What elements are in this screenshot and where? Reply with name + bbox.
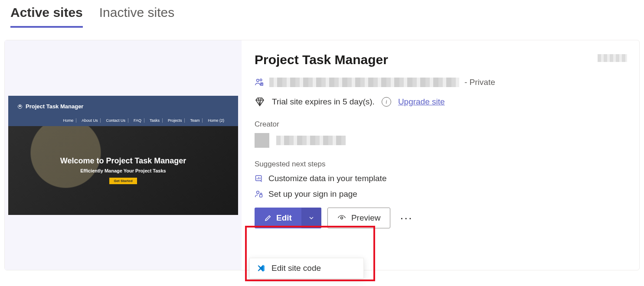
edit-label: Edit (276, 213, 292, 223)
creator-name-blurred (276, 136, 346, 145)
suggested-label: Suggested next steps (255, 160, 626, 169)
trial-row: Trial site expires in 5 day(s). i Upgrad… (255, 97, 626, 107)
suggest-customize-data[interactable]: Customize data in your template (255, 174, 626, 183)
upgrade-site-link[interactable]: Upgrade site (398, 97, 445, 107)
people-icon (255, 78, 264, 87)
edit-split-button: Edit (255, 208, 321, 228)
vscode-icon (257, 264, 265, 273)
svg-point-0 (257, 79, 259, 82)
chart-icon (255, 174, 263, 183)
status-badge-blurred (598, 54, 627, 62)
tab-active-sites[interactable]: Active sites (10, 5, 83, 28)
info-icon[interactable]: i (382, 97, 391, 107)
creator-label: Creator (255, 120, 626, 129)
site-thumbnail[interactable]: Project Task Manager Home About Us Conta… (8, 96, 238, 215)
thumb-nav-item: Team (187, 118, 203, 123)
chevron-down-icon (308, 214, 315, 221)
owner-row: - Private (255, 78, 626, 87)
creator-row (255, 133, 626, 148)
svg-point-1 (260, 79, 262, 81)
preview-button[interactable]: Preview (327, 208, 391, 228)
suggest-signin-page[interactable]: Set up your sign in page (255, 189, 626, 199)
edit-dropdown-chevron[interactable] (301, 208, 321, 228)
thumb-hero-title: Welcome to Project Task Manager (60, 156, 186, 166)
thumb-nav-item: Tasks (147, 118, 163, 123)
creator-avatar-blurred (255, 133, 269, 148)
thumb-hero: Welcome to Project Task Manager Efficien… (8, 126, 238, 215)
thumb-cta-button: Get Started (109, 178, 137, 184)
svg-point-7 (340, 217, 343, 219)
thumb-nav-item: Home (2) (205, 118, 227, 123)
person-lock-icon (255, 190, 263, 198)
edit-button[interactable]: Edit (255, 208, 301, 228)
thumb-nav-item: Contact Us (103, 118, 128, 123)
thumb-navbar: Project Task Manager (8, 96, 238, 117)
pencil-icon (264, 214, 272, 222)
thumb-menu: Home About Us Contact Us FAQ Tasks Proje… (8, 117, 238, 126)
suggest-signin-label: Set up your sign in page (268, 189, 357, 199)
site-details: Project Task Manager - Private Trial sit… (242, 40, 639, 270)
thumb-nav-item: Home (60, 118, 76, 123)
diamond-icon (255, 97, 265, 107)
thumb-hero-subtitle: Efficiently Manage Your Project Tasks (80, 168, 166, 173)
svg-rect-6 (260, 195, 262, 197)
svg-point-5 (257, 191, 259, 194)
preview-icon (337, 214, 346, 222)
svg-point-3 (262, 84, 262, 84)
site-card: Project Task Manager Home About Us Conta… (4, 40, 640, 270)
edit-site-code-item[interactable]: Edit site code (271, 263, 321, 273)
action-bar: Edit Preview ··· (255, 208, 626, 228)
edit-dropdown-menu: Edit site code (249, 258, 364, 279)
thumb-nav-item: About Us (79, 118, 101, 123)
thumb-logo-icon (18, 104, 22, 109)
owner-blurred (269, 78, 459, 87)
tabs: Active sites Inactive sites (0, 0, 644, 28)
site-title: Project Task Manager (255, 52, 626, 67)
thumb-brand: Project Task Manager (26, 103, 83, 110)
more-actions-button[interactable]: ··· (396, 211, 416, 225)
visibility-text: - Private (464, 78, 495, 87)
tab-inactive-sites[interactable]: Inactive sites (99, 5, 174, 28)
thumbnail-pane: Project Task Manager Home About Us Conta… (5, 40, 242, 270)
suggest-customize-label: Customize data in your template (268, 174, 386, 183)
thumb-nav-item: Projects (165, 118, 185, 123)
trial-text: Trial site expires in 5 day(s). (272, 97, 375, 107)
preview-label: Preview (351, 213, 381, 223)
thumb-nav-item: FAQ (131, 118, 144, 123)
